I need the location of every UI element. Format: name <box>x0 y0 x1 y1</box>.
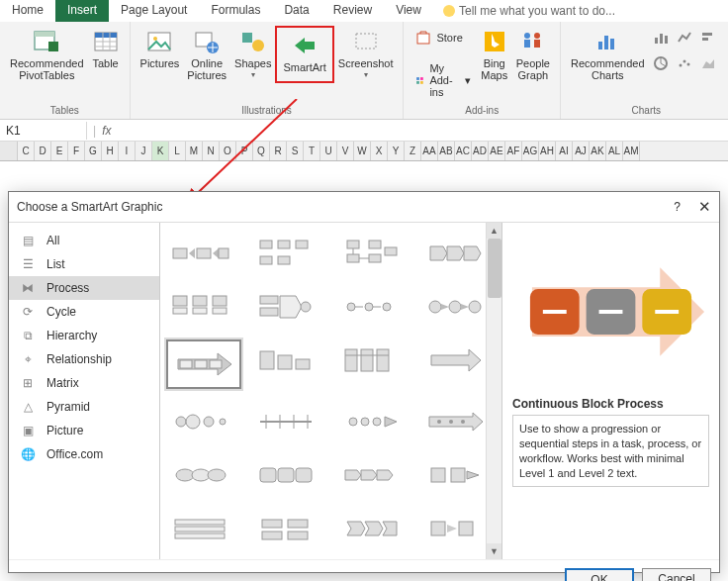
category-picture[interactable]: ▣Picture <box>9 419 159 442</box>
ok-button[interactable]: OK <box>565 568 634 581</box>
layout-thumbnail[interactable] <box>166 401 235 442</box>
layout-thumbnail[interactable] <box>336 508 406 549</box>
table-button[interactable]: Table <box>88 26 124 83</box>
pictures-button[interactable]: Pictures <box>136 26 184 83</box>
category-matrix[interactable]: ⊞Matrix <box>9 371 159 395</box>
tab-formulas[interactable]: Formulas <box>199 0 272 22</box>
chart-type-icon[interactable] <box>677 55 692 71</box>
layout-thumbnail[interactable] <box>420 508 490 549</box>
people-graph-button[interactable]: People Graph <box>512 26 554 102</box>
column-header[interactable]: AH <box>539 142 556 160</box>
shapes-button[interactable]: Shapes ▾ <box>230 26 275 83</box>
layout-thumbnail[interactable] <box>420 454 490 496</box>
layout-thumbnail[interactable] <box>336 286 406 328</box>
scroll-thumb[interactable] <box>488 239 501 298</box>
column-header[interactable]: P <box>236 142 253 160</box>
column-header[interactable]: AD <box>472 142 489 160</box>
category-relationship[interactable]: ⌖Relationship <box>9 347 159 371</box>
help-button[interactable]: ? <box>674 200 681 214</box>
layout-thumbnail[interactable] <box>420 401 490 442</box>
select-all-corner[interactable] <box>0 142 18 160</box>
screenshot-button[interactable]: Screenshot ▾ <box>334 26 398 83</box>
column-header[interactable]: AK <box>590 142 606 160</box>
layout-thumbnail[interactable] <box>251 339 320 381</box>
tab-data[interactable]: Data <box>272 0 320 22</box>
layout-thumbnail[interactable] <box>166 454 235 496</box>
category-process[interactable]: ⧓Process <box>9 276 159 300</box>
layout-thumbnail[interactable] <box>336 339 406 381</box>
column-header[interactable]: AL <box>606 142 623 160</box>
close-button[interactable]: ✕ <box>698 198 711 216</box>
layout-thumbnail[interactable] <box>251 286 320 328</box>
online-pictures-button[interactable]: Online Pictures <box>183 26 230 83</box>
column-header[interactable]: C <box>18 142 35 160</box>
column-header[interactable]: R <box>270 142 287 160</box>
layout-thumbnail[interactable] <box>166 286 235 328</box>
fx-icon[interactable]: fx <box>102 124 111 138</box>
cancel-button[interactable]: Cancel <box>642 568 711 581</box>
layout-thumbnail[interactable] <box>336 401 406 442</box>
chart-type-icon[interactable] <box>700 55 716 71</box>
tab-page-layout[interactable]: Page Layout <box>109 0 199 22</box>
column-header[interactable]: X <box>371 142 388 160</box>
column-header[interactable]: AE <box>489 142 505 160</box>
chart-type-icon[interactable] <box>653 30 669 46</box>
scroll-up-icon[interactable]: ▲ <box>487 223 501 239</box>
column-header[interactable]: S <box>287 142 304 160</box>
layout-thumbnail[interactable] <box>336 233 406 274</box>
my-addins-button[interactable]: My Add-ins ▾ <box>415 62 470 98</box>
scrollbar[interactable]: ▲ ▼ <box>486 223 501 559</box>
category-officecom[interactable]: 🌐Office.com <box>9 442 159 466</box>
layout-thumbnail[interactable] <box>251 508 320 549</box>
tab-view[interactable]: View <box>384 0 433 22</box>
layout-thumbnail[interactable] <box>336 454 406 496</box>
layout-thumbnail[interactable] <box>166 339 241 389</box>
category-all[interactable]: ▤All <box>9 229 159 252</box>
layout-thumbnail[interactable] <box>166 508 235 549</box>
column-header[interactable]: Y <box>388 142 405 160</box>
scroll-down-icon[interactable]: ▼ <box>487 543 501 559</box>
recommended-pivottables-button[interactable]: Recommended PivotTables <box>6 26 88 83</box>
layout-thumbnail[interactable] <box>420 339 490 381</box>
tab-home[interactable]: Home <box>0 0 55 22</box>
column-header[interactable]: G <box>85 142 102 160</box>
column-header[interactable]: W <box>354 142 371 160</box>
category-cycle[interactable]: ⟳Cycle <box>9 300 159 324</box>
tell-me[interactable]: Tell me what you want to do... <box>433 0 615 22</box>
tab-review[interactable]: Review <box>321 0 384 22</box>
column-header[interactable]: AA <box>421 142 438 160</box>
column-header[interactable]: AJ <box>573 142 590 160</box>
column-header[interactable]: D <box>35 142 51 160</box>
column-header[interactable]: N <box>203 142 220 160</box>
recommended-charts-button[interactable]: Recommended Charts <box>567 26 649 83</box>
column-header[interactable]: U <box>320 142 337 160</box>
column-header[interactable]: AC <box>455 142 472 160</box>
column-header[interactable]: I <box>119 142 136 160</box>
column-header[interactable]: L <box>169 142 186 160</box>
column-header[interactable]: F <box>68 142 85 160</box>
category-hierarchy[interactable]: ⧉Hierarchy <box>9 324 159 347</box>
layout-thumbnail[interactable] <box>420 286 490 328</box>
column-header[interactable]: V <box>337 142 354 160</box>
bing-maps-button[interactable]: Bing Maps <box>477 26 512 102</box>
chart-type-icon[interactable] <box>653 55 669 71</box>
layout-thumbnail[interactable] <box>166 233 235 274</box>
layout-thumbnail[interactable] <box>251 454 320 496</box>
column-header[interactable]: M <box>186 142 203 160</box>
name-box[interactable]: K1 <box>0 122 87 140</box>
column-header[interactable]: AB <box>438 142 455 160</box>
column-header[interactable]: H <box>102 142 119 160</box>
smartart-button[interactable]: SmartArt <box>279 30 329 75</box>
column-header[interactable]: T <box>304 142 320 160</box>
column-header[interactable]: J <box>136 142 152 160</box>
column-header[interactable]: O <box>220 142 236 160</box>
chart-type-icon[interactable] <box>700 30 716 46</box>
column-header[interactable]: E <box>51 142 68 160</box>
column-header[interactable]: AF <box>505 142 522 160</box>
column-header[interactable]: K <box>152 142 169 160</box>
store-button[interactable]: Store <box>415 30 462 46</box>
chart-type-icon[interactable] <box>677 30 692 46</box>
column-header[interactable]: AI <box>556 142 573 160</box>
layout-thumbnail[interactable] <box>251 401 320 442</box>
column-header[interactable]: Z <box>405 142 421 160</box>
